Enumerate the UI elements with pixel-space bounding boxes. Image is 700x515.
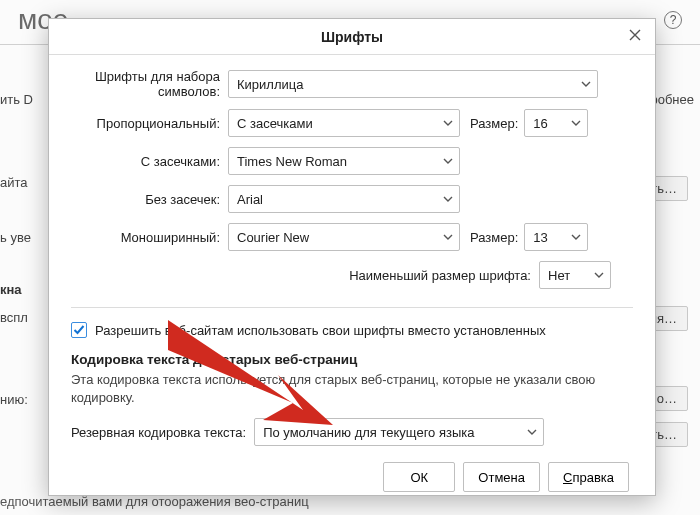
- bg-text-trust: ь уве: [0, 230, 31, 245]
- chevron-down-icon: [527, 427, 537, 437]
- sans-value: Arial: [237, 192, 263, 207]
- min-size-value: Нет: [548, 268, 570, 283]
- chevron-down-icon: [443, 194, 453, 204]
- chevron-down-icon: [443, 118, 453, 128]
- mono-label: Моноширинный:: [71, 230, 228, 245]
- proportional-size-select[interactable]: 16: [524, 109, 588, 137]
- chevron-down-icon: [581, 79, 591, 89]
- ok-button[interactable]: ОК: [383, 462, 455, 492]
- proportional-label: Пропорциональный:: [71, 116, 228, 131]
- size-label-1: Размер:: [460, 116, 524, 131]
- chevron-down-icon: [443, 232, 453, 242]
- encoding-select[interactable]: По умолчанию для текущего языка: [254, 418, 544, 446]
- charset-label: Шрифты для набора символов:: [71, 69, 228, 99]
- cancel-button[interactable]: Отмена: [463, 462, 540, 492]
- serif-select[interactable]: Times New Roman: [228, 147, 460, 175]
- mono-size-value: 13: [533, 230, 547, 245]
- fonts-dialog: Шрифты Шрифты для набора символов: Кирил…: [48, 18, 656, 496]
- dialog-titlebar: Шрифты: [49, 19, 655, 55]
- encoding-label: Резервная кодировка текста:: [71, 425, 254, 440]
- help-button[interactable]: Справка: [548, 462, 629, 492]
- sans-label: Без засечек:: [71, 192, 228, 207]
- charset-value: Кириллица: [237, 77, 303, 92]
- dialog-title: Шрифты: [321, 29, 383, 45]
- proportional-select[interactable]: С засечками: [228, 109, 460, 137]
- proportional-value: С засечками: [237, 116, 313, 131]
- close-icon[interactable]: [627, 27, 645, 45]
- encoding-heading: Кодировка текста для старых веб-страниц: [71, 352, 633, 367]
- bg-text-prompts: нию:: [0, 392, 28, 407]
- encoding-value: По умолчанию для текущего языка: [263, 425, 474, 440]
- proportional-size-value: 16: [533, 116, 547, 131]
- chevron-down-icon: [571, 118, 581, 128]
- size-label-2: Размер:: [460, 230, 524, 245]
- bg-text-dnt: ить D: [0, 92, 33, 107]
- min-size-select[interactable]: Нет: [539, 261, 611, 289]
- bg-text-window: кна: [0, 282, 22, 297]
- divider: [71, 307, 633, 308]
- bg-text-popup: вспл: [0, 310, 28, 325]
- mono-select[interactable]: Courier New: [228, 223, 460, 251]
- chevron-down-icon: [443, 156, 453, 166]
- serif-label: С засечками:: [71, 154, 228, 169]
- mono-size-select[interactable]: 13: [524, 223, 588, 251]
- mono-value: Courier New: [237, 230, 309, 245]
- bg-text-site: айта: [0, 175, 28, 190]
- encoding-description: Эта кодировка текста используется для ст…: [71, 371, 633, 406]
- chevron-down-icon: [571, 232, 581, 242]
- help-icon[interactable]: ?: [664, 11, 682, 29]
- min-size-label: Наименьший размер шрифта:: [349, 268, 539, 283]
- allow-site-fonts-checkbox[interactable]: [71, 322, 87, 338]
- chevron-down-icon: [594, 270, 604, 280]
- charset-select[interactable]: Кириллица: [228, 70, 598, 98]
- allow-site-fonts-label: Разрешить веб-сайтам использовать свои ш…: [95, 323, 546, 338]
- bg-bottom-text: едпочитаемый вами для отооражения вео-ст…: [0, 494, 309, 509]
- sans-select[interactable]: Arial: [228, 185, 460, 213]
- serif-value: Times New Roman: [237, 154, 347, 169]
